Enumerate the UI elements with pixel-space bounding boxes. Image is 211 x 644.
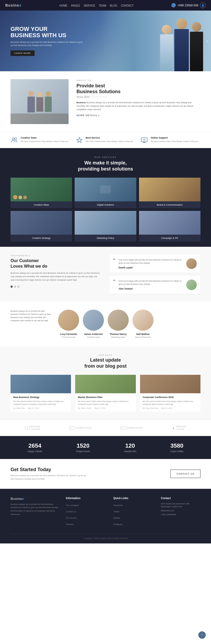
nav-item-service[interactable]: SERVICE	[84, 3, 95, 8]
footer-link-facebook[interactable]: Facebook	[113, 502, 153, 507]
blog-post-meta-2: By: Raju Ahammad May 04, 2019	[143, 407, 198, 409]
stats-section: 2654 Happy Clients 1520 Project Done 120…	[0, 436, 211, 459]
testimonials-right: " Very much happy with provide the best …	[109, 255, 200, 294]
footer-bottom: Copyright © 2950 Company name. All right…	[11, 534, 200, 539]
footer-link-our-company[interactable]: Our company	[66, 502, 106, 507]
service-label-0: Creative Ideas	[11, 201, 72, 208]
footer-contact-address: 2005 Stokes Isle Apartment, 896, Washing…	[161, 502, 200, 508]
testimonials-title: Our Customer Loves What we do	[11, 258, 102, 269]
footer-brand: Businex Business always try to provide t…	[11, 497, 58, 528]
service-card-digital-solutions[interactable]: Digital Solutions	[75, 178, 136, 208]
blog-card-content-0: New Business Strategy We have great crea…	[11, 393, 71, 412]
about-title: Provide best Business Solutions	[76, 83, 200, 94]
service-card-creative-ideas[interactable]: Creative Ideas	[11, 178, 72, 208]
blog-card-2[interactable]: Corporate Conference 2019 We have great …	[140, 375, 200, 412]
more-details-button[interactable]: MORE DETAILS »	[76, 114, 100, 117]
blog-post-title-1: Master Business Plan	[78, 396, 133, 399]
feature-desc-0: We have creative team, they always ready…	[21, 140, 69, 143]
footer-brand-description: Business always try to provide the best …	[11, 503, 58, 516]
footer-link-twitter[interactable]: Twitter	[113, 509, 153, 513]
nav-menu: HOME PAGES SERVICE TEAM BLOG CONTACT	[60, 3, 134, 8]
service-label-1: Digital Solutions	[75, 201, 136, 208]
feature-creative-team: Creative Team We have creative team, the…	[11, 136, 70, 144]
stat-label-2: Awards Win	[124, 450, 136, 453]
footer: Businex Business always try to provide t…	[0, 489, 211, 543]
blog-grid: New Business Strategy We have great crea…	[11, 375, 200, 412]
feature-title-0: Creative Team	[21, 136, 69, 139]
footer-link-instagram[interactable]: Instagram	[113, 521, 153, 526]
team-member-2: Thomas Nancy Marketing Head	[108, 310, 129, 338]
footer-contact-title: Contact	[161, 497, 200, 500]
blog-post-meta-0: By: Albert Man May 31, 2019	[13, 407, 68, 409]
team-section: Business always try to provide the best …	[0, 302, 211, 346]
brand-logo-0: ■ BRANDLOGOS	[25, 425, 41, 430]
hero-description: Business always try to provide the best …	[11, 41, 84, 47]
cta-text: Get Started Today Business always try to…	[11, 467, 90, 481]
brand-box-0: ■	[25, 426, 30, 430]
brand-logo-3: ▲ BRANDLOGO	[172, 425, 186, 430]
quote-icon-0: "	[113, 258, 116, 263]
team-member-3: Nail Mathue Head of Research	[132, 310, 154, 338]
service-label-4: Marketing Policy	[75, 235, 136, 242]
services-section: OUR SERVICES We make it simple, providin…	[0, 148, 211, 247]
testimonial-dot-2[interactable]	[14, 286, 16, 288]
team-photo-0	[58, 310, 79, 331]
nav-item-contact[interactable]: CONTACT	[121, 3, 134, 8]
footer-contact-email: Alisavamp.com	[161, 509, 200, 512]
nav-item-home[interactable]: HOME	[60, 3, 68, 8]
cta-description: Business always try to provide the best …	[11, 474, 90, 481]
team-photo-2	[108, 310, 129, 331]
service-card-brand-comm[interactable]: Brand & Communication	[139, 178, 200, 208]
blog-title: Latest update from our blog post	[11, 357, 200, 370]
testimonial-author-1: Alex Tuntuni	[119, 287, 183, 290]
team-description-text: Business always try to provide the best …	[11, 310, 53, 322]
svg-point-4	[143, 139, 145, 141]
svg-point-0	[12, 138, 14, 140]
team-description-left: Business always try to provide the best …	[11, 310, 53, 322]
blog-image-2	[140, 375, 200, 393]
online-support-icon	[141, 136, 148, 144]
service-card-creative-strategy[interactable]: Creative Strategy	[11, 211, 72, 242]
blog-post-title-2: Corporate Conference 2019	[143, 396, 198, 399]
hero-learn-more-button[interactable]: LEARN MORE	[11, 50, 35, 56]
quote-icon-1: "	[113, 280, 116, 285]
team-role-1: Creative Head	[83, 336, 104, 338]
cta-contact-button[interactable]: Contact Us	[170, 470, 200, 478]
testimonial-dot-3[interactable]	[17, 286, 20, 288]
service-card-marketing[interactable]: Marketing Policy	[75, 211, 136, 242]
footer-col-quick-links: Quick Links Facebook Twitter Dribble Ins…	[113, 497, 153, 528]
svg-marker-2	[77, 138, 82, 143]
services-label: OUR SERVICES	[11, 156, 200, 158]
feature-desc-2: We have creative team, they always ready…	[151, 140, 199, 143]
footer-link-our-service[interactable]: Our service	[66, 515, 106, 520]
creative-team-icon	[11, 136, 18, 144]
hero-next-arrow[interactable]: ›	[207, 38, 208, 44]
footer-links-quick: Facebook Twitter Dribble Instagram	[113, 502, 153, 526]
stat-cups-coffee: 3580 Cups Coffee	[170, 442, 184, 453]
services-header: OUR SERVICES We make it simple, providin…	[11, 156, 200, 172]
stat-label-0: Happy Clients	[27, 450, 42, 453]
testimonial-content-1: Very much happy with provide the best Bu…	[119, 280, 183, 290]
feature-title-2: Online Support	[151, 136, 199, 139]
nav-item-pages[interactable]: PAGES	[71, 3, 80, 8]
blog-card-content-2: Corporate Conference 2019 We have great …	[140, 393, 200, 412]
navbar-logo[interactable]: Businex	[5, 3, 21, 7]
blog-card-1[interactable]: Master Business Plan We have great creat…	[75, 375, 136, 412]
testimonial-card-0: " Very much happy with provide the best …	[109, 255, 200, 273]
service-card-campaign[interactable]: Campaign & PR	[139, 211, 200, 242]
blog-card-0[interactable]: New Business Strategy We have great crea…	[11, 375, 71, 412]
footer-link-dribble[interactable]: Dribble	[113, 515, 153, 520]
blog-section: OUR BLOG Latest update from our blog pos…	[0, 346, 211, 420]
blog-image-1	[75, 375, 136, 393]
user-icon[interactable]: 👤	[200, 2, 206, 8]
footer-link-careers[interactable]: Careers	[66, 521, 106, 526]
footer-link-contact-us[interactable]: Contact us	[66, 509, 106, 513]
nav-item-team[interactable]: TEAM	[99, 3, 106, 8]
testimonial-dot-1[interactable]	[11, 286, 13, 288]
nav-item-blog[interactable]: BLOG	[110, 3, 117, 8]
brand-logo-2: kit SOMETHING	[121, 426, 143, 430]
about-image	[11, 79, 69, 124]
team-name-1: James Anderson	[83, 333, 104, 335]
footer-logo: Businex	[11, 497, 58, 501]
navbar-phone: 📞 +998 23568 658 👤	[171, 2, 206, 8]
